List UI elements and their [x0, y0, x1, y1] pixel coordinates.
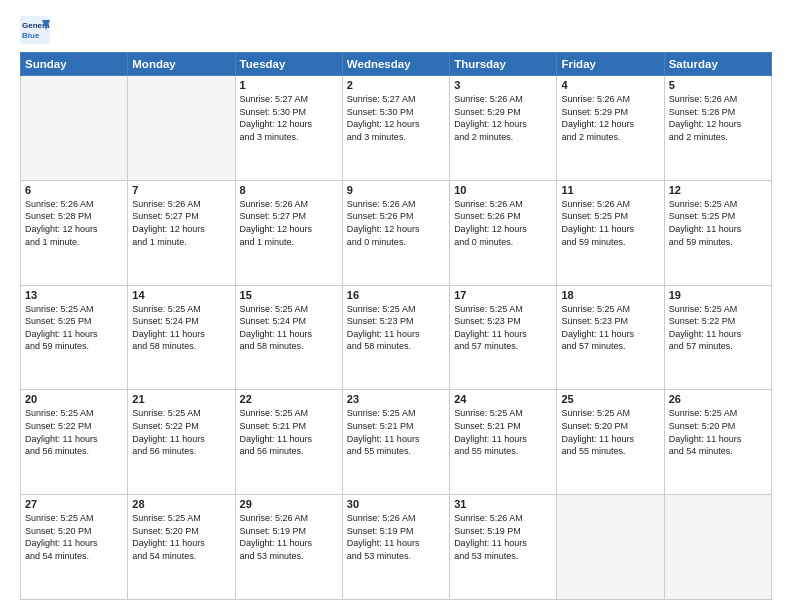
- day-number: 21: [132, 393, 230, 405]
- calendar-header-monday: Monday: [128, 53, 235, 76]
- calendar-cell: 27Sunrise: 5:25 AM Sunset: 5:20 PM Dayli…: [21, 495, 128, 600]
- calendar-cell: 16Sunrise: 5:25 AM Sunset: 5:23 PM Dayli…: [342, 285, 449, 390]
- calendar-cell: 9Sunrise: 5:26 AM Sunset: 5:26 PM Daylig…: [342, 180, 449, 285]
- calendar-cell: 30Sunrise: 5:26 AM Sunset: 5:19 PM Dayli…: [342, 495, 449, 600]
- calendar-cell: 5Sunrise: 5:26 AM Sunset: 5:28 PM Daylig…: [664, 76, 771, 181]
- day-info: Sunrise: 5:26 AM Sunset: 5:19 PM Dayligh…: [347, 512, 445, 562]
- day-number: 3: [454, 79, 552, 91]
- day-info: Sunrise: 5:25 AM Sunset: 5:23 PM Dayligh…: [561, 303, 659, 353]
- calendar-week-1: 1Sunrise: 5:27 AM Sunset: 5:30 PM Daylig…: [21, 76, 772, 181]
- calendar-cell: 20Sunrise: 5:25 AM Sunset: 5:22 PM Dayli…: [21, 390, 128, 495]
- day-number: 13: [25, 289, 123, 301]
- day-info: Sunrise: 5:26 AM Sunset: 5:29 PM Dayligh…: [454, 93, 552, 143]
- day-info: Sunrise: 5:25 AM Sunset: 5:20 PM Dayligh…: [561, 407, 659, 457]
- day-info: Sunrise: 5:25 AM Sunset: 5:25 PM Dayligh…: [25, 303, 123, 353]
- day-number: 25: [561, 393, 659, 405]
- svg-text:Blue: Blue: [22, 31, 40, 40]
- calendar-header-friday: Friday: [557, 53, 664, 76]
- calendar-cell: 18Sunrise: 5:25 AM Sunset: 5:23 PM Dayli…: [557, 285, 664, 390]
- calendar-cell: 7Sunrise: 5:26 AM Sunset: 5:27 PM Daylig…: [128, 180, 235, 285]
- calendar-cell: 10Sunrise: 5:26 AM Sunset: 5:26 PM Dayli…: [450, 180, 557, 285]
- header: General Blue: [20, 16, 772, 44]
- day-info: Sunrise: 5:25 AM Sunset: 5:22 PM Dayligh…: [669, 303, 767, 353]
- calendar-cell: 19Sunrise: 5:25 AM Sunset: 5:22 PM Dayli…: [664, 285, 771, 390]
- day-number: 5: [669, 79, 767, 91]
- day-info: Sunrise: 5:26 AM Sunset: 5:25 PM Dayligh…: [561, 198, 659, 248]
- calendar-cell: 15Sunrise: 5:25 AM Sunset: 5:24 PM Dayli…: [235, 285, 342, 390]
- calendar-table: SundayMondayTuesdayWednesdayThursdayFrid…: [20, 52, 772, 600]
- calendar-cell: 21Sunrise: 5:25 AM Sunset: 5:22 PM Dayli…: [128, 390, 235, 495]
- logo: General Blue: [20, 16, 54, 44]
- day-number: 23: [347, 393, 445, 405]
- day-number: 19: [669, 289, 767, 301]
- day-info: Sunrise: 5:25 AM Sunset: 5:20 PM Dayligh…: [25, 512, 123, 562]
- day-info: Sunrise: 5:26 AM Sunset: 5:29 PM Dayligh…: [561, 93, 659, 143]
- calendar-cell: 24Sunrise: 5:25 AM Sunset: 5:21 PM Dayli…: [450, 390, 557, 495]
- calendar-cell: 31Sunrise: 5:26 AM Sunset: 5:19 PM Dayli…: [450, 495, 557, 600]
- day-number: 8: [240, 184, 338, 196]
- calendar-cell: [664, 495, 771, 600]
- calendar-cell: 2Sunrise: 5:27 AM Sunset: 5:30 PM Daylig…: [342, 76, 449, 181]
- calendar-cell: 13Sunrise: 5:25 AM Sunset: 5:25 PM Dayli…: [21, 285, 128, 390]
- calendar-cell: 29Sunrise: 5:26 AM Sunset: 5:19 PM Dayli…: [235, 495, 342, 600]
- calendar-header-wednesday: Wednesday: [342, 53, 449, 76]
- calendar-cell: 12Sunrise: 5:25 AM Sunset: 5:25 PM Dayli…: [664, 180, 771, 285]
- calendar-cell: 4Sunrise: 5:26 AM Sunset: 5:29 PM Daylig…: [557, 76, 664, 181]
- calendar-week-2: 6Sunrise: 5:26 AM Sunset: 5:28 PM Daylig…: [21, 180, 772, 285]
- day-info: Sunrise: 5:25 AM Sunset: 5:22 PM Dayligh…: [25, 407, 123, 457]
- day-info: Sunrise: 5:25 AM Sunset: 5:21 PM Dayligh…: [347, 407, 445, 457]
- logo-icon: General Blue: [20, 16, 50, 44]
- day-info: Sunrise: 5:26 AM Sunset: 5:19 PM Dayligh…: [454, 512, 552, 562]
- calendar-header-row: SundayMondayTuesdayWednesdayThursdayFrid…: [21, 53, 772, 76]
- day-info: Sunrise: 5:26 AM Sunset: 5:19 PM Dayligh…: [240, 512, 338, 562]
- day-number: 1: [240, 79, 338, 91]
- day-info: Sunrise: 5:25 AM Sunset: 5:23 PM Dayligh…: [347, 303, 445, 353]
- day-info: Sunrise: 5:26 AM Sunset: 5:28 PM Dayligh…: [25, 198, 123, 248]
- calendar-cell: 25Sunrise: 5:25 AM Sunset: 5:20 PM Dayli…: [557, 390, 664, 495]
- day-info: Sunrise: 5:26 AM Sunset: 5:26 PM Dayligh…: [347, 198, 445, 248]
- day-number: 31: [454, 498, 552, 510]
- day-number: 14: [132, 289, 230, 301]
- day-info: Sunrise: 5:25 AM Sunset: 5:20 PM Dayligh…: [132, 512, 230, 562]
- day-info: Sunrise: 5:26 AM Sunset: 5:28 PM Dayligh…: [669, 93, 767, 143]
- calendar-cell: 28Sunrise: 5:25 AM Sunset: 5:20 PM Dayli…: [128, 495, 235, 600]
- day-number: 30: [347, 498, 445, 510]
- calendar-cell: 14Sunrise: 5:25 AM Sunset: 5:24 PM Dayli…: [128, 285, 235, 390]
- day-info: Sunrise: 5:25 AM Sunset: 5:22 PM Dayligh…: [132, 407, 230, 457]
- calendar-header-sunday: Sunday: [21, 53, 128, 76]
- calendar-cell: 3Sunrise: 5:26 AM Sunset: 5:29 PM Daylig…: [450, 76, 557, 181]
- calendar-header-saturday: Saturday: [664, 53, 771, 76]
- calendar-cell: 8Sunrise: 5:26 AM Sunset: 5:27 PM Daylig…: [235, 180, 342, 285]
- calendar-cell: [128, 76, 235, 181]
- day-number: 15: [240, 289, 338, 301]
- day-info: Sunrise: 5:25 AM Sunset: 5:21 PM Dayligh…: [240, 407, 338, 457]
- day-number: 22: [240, 393, 338, 405]
- calendar-week-3: 13Sunrise: 5:25 AM Sunset: 5:25 PM Dayli…: [21, 285, 772, 390]
- day-info: Sunrise: 5:25 AM Sunset: 5:25 PM Dayligh…: [669, 198, 767, 248]
- calendar-header-thursday: Thursday: [450, 53, 557, 76]
- day-number: 29: [240, 498, 338, 510]
- day-info: Sunrise: 5:25 AM Sunset: 5:23 PM Dayligh…: [454, 303, 552, 353]
- calendar-cell: 1Sunrise: 5:27 AM Sunset: 5:30 PM Daylig…: [235, 76, 342, 181]
- day-info: Sunrise: 5:27 AM Sunset: 5:30 PM Dayligh…: [347, 93, 445, 143]
- day-number: 26: [669, 393, 767, 405]
- day-info: Sunrise: 5:25 AM Sunset: 5:20 PM Dayligh…: [669, 407, 767, 457]
- day-info: Sunrise: 5:25 AM Sunset: 5:24 PM Dayligh…: [240, 303, 338, 353]
- calendar-header-tuesday: Tuesday: [235, 53, 342, 76]
- calendar-week-5: 27Sunrise: 5:25 AM Sunset: 5:20 PM Dayli…: [21, 495, 772, 600]
- day-number: 17: [454, 289, 552, 301]
- day-number: 11: [561, 184, 659, 196]
- calendar-cell: 22Sunrise: 5:25 AM Sunset: 5:21 PM Dayli…: [235, 390, 342, 495]
- page: General Blue SundayMondayTuesdayWednesda…: [0, 0, 792, 612]
- calendar-cell: 23Sunrise: 5:25 AM Sunset: 5:21 PM Dayli…: [342, 390, 449, 495]
- day-number: 10: [454, 184, 552, 196]
- day-info: Sunrise: 5:26 AM Sunset: 5:27 PM Dayligh…: [132, 198, 230, 248]
- day-number: 4: [561, 79, 659, 91]
- day-number: 20: [25, 393, 123, 405]
- day-number: 12: [669, 184, 767, 196]
- day-number: 28: [132, 498, 230, 510]
- day-number: 27: [25, 498, 123, 510]
- calendar-cell: 6Sunrise: 5:26 AM Sunset: 5:28 PM Daylig…: [21, 180, 128, 285]
- day-number: 9: [347, 184, 445, 196]
- calendar-cell: [557, 495, 664, 600]
